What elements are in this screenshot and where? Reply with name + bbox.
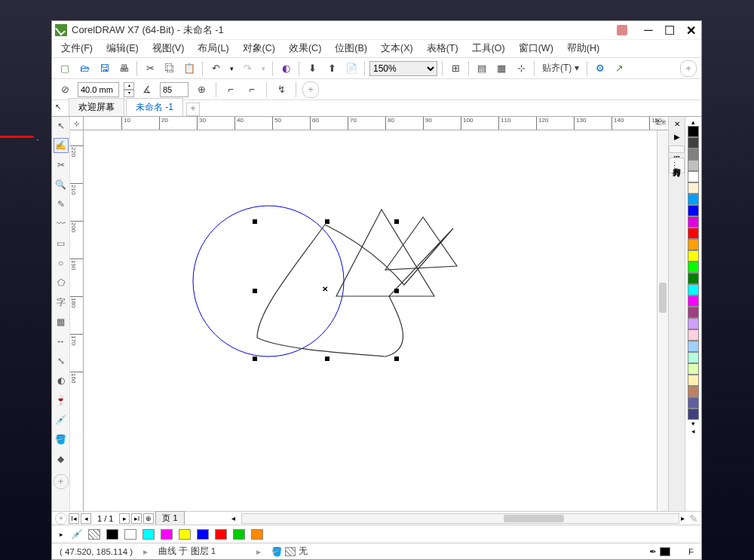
palette-color-16[interactable] [688, 307, 699, 318]
selection-handle-br[interactable] [394, 357, 399, 361]
prev-page-button[interactable]: ◂ [81, 513, 91, 524]
menu-bitmaps[interactable]: 位图(B) [329, 41, 373, 57]
selection-handle-tr[interactable] [394, 219, 399, 224]
palette-color-23[interactable] [688, 386, 699, 397]
docker-tab-align[interactable]: 对齐与分布… [669, 158, 685, 173]
palette-color-6[interactable] [688, 194, 699, 205]
swatch-cyan[interactable] [143, 529, 155, 540]
palette-color-3[interactable] [688, 160, 699, 171]
swatch-orange[interactable] [251, 529, 263, 540]
palette-color-13[interactable] [688, 273, 699, 284]
palette-color-17[interactable] [688, 318, 699, 329]
ruler-horizontal[interactable]: 10 20 30 40 50 60 70 80 90 100 110 120 1… [84, 117, 668, 130]
polygon-tool[interactable]: ⬠ [54, 275, 69, 290]
close-button[interactable]: ✕ [683, 23, 698, 37]
ruler-vertical[interactable]: 220 210 200 190 180 170 160 [70, 130, 84, 511]
palette-color-8[interactable] [688, 216, 699, 228]
new-button[interactable]: ▢ [57, 60, 73, 77]
swatch-red[interactable] [215, 529, 227, 540]
smart-fill-tool[interactable]: ◆ [54, 451, 69, 467]
show-grid-button[interactable]: ▦ [493, 60, 510, 77]
menu-view[interactable]: 视图(V) [146, 41, 191, 57]
undo-button[interactable]: ↶ [207, 60, 224, 77]
menu-file[interactable]: 文件(F) [55, 41, 99, 57]
thickness-spinner[interactable]: ▴▾ [124, 82, 134, 97]
palette-color-18[interactable] [688, 329, 699, 341]
options-button[interactable]: ⚙ [592, 60, 608, 77]
palette-color-21[interactable] [688, 363, 699, 375]
menu-object[interactable]: 对象(C) [237, 41, 281, 57]
swatch-yellow[interactable] [179, 529, 191, 540]
eraser-shape-button[interactable]: ⊘ [57, 81, 73, 98]
palette-color-5[interactable] [688, 182, 699, 194]
show-rulers-button[interactable]: ▤ [474, 60, 490, 77]
ellipse-tool[interactable]: ○ [54, 256, 69, 271]
palette-color-20[interactable] [688, 352, 699, 363]
tab-welcome[interactable]: 欢迎屏幕 [69, 98, 124, 116]
menu-tools[interactable]: 工具(O) [466, 41, 511, 57]
palette-flyout-button[interactable]: ◂ [689, 427, 698, 435]
expand-toolbar-button[interactable]: + [680, 60, 697, 77]
palette-color-9[interactable] [688, 228, 699, 239]
selection-center[interactable]: ✕ [322, 285, 328, 293]
palette-color-0[interactable] [688, 126, 699, 137]
rectangle-tool[interactable]: ▭ [54, 236, 69, 251]
palette-color-25[interactable] [688, 409, 699, 420]
transparency-tool[interactable]: 🍷 [54, 393, 69, 408]
selection-handle-tm[interactable] [325, 219, 329, 224]
tab-document-1[interactable]: 未命名 -1 [126, 98, 183, 116]
drop-shadow-tool[interactable]: ◐ [54, 373, 69, 388]
palette-color-10[interactable] [688, 239, 699, 250]
redo-dropdown[interactable]: ▾ [259, 65, 268, 72]
palette-color-1[interactable] [688, 137, 699, 148]
palette-color-7[interactable] [688, 205, 699, 216]
ruler-origin[interactable]: ⊹ [70, 117, 84, 130]
crop-tool[interactable]: ✂ [54, 158, 69, 173]
outline-indicator[interactable]: ✒ [649, 546, 670, 557]
zoom-select[interactable]: 150% [369, 61, 437, 76]
swatch-green[interactable] [233, 529, 245, 540]
palette-color-19[interactable] [688, 341, 699, 352]
eraser-thickness-input[interactable] [78, 82, 119, 97]
table-tool[interactable]: ▦ [54, 314, 69, 329]
mode-1-button[interactable]: ⌐ [222, 81, 239, 98]
horizontal-scrollbar[interactable] [241, 513, 679, 524]
expand-docker-icon[interactable]: ▶ [674, 133, 680, 141]
search-button[interactable]: ◐ [277, 60, 294, 77]
last-page-button[interactable]: ▸I [131, 513, 142, 524]
artistic-media-tool[interactable]: 〰 [54, 216, 69, 231]
palette-color-2[interactable] [688, 148, 699, 160]
user-avatar-icon[interactable] [617, 25, 627, 35]
undo-dropdown[interactable]: ▾ [227, 65, 236, 72]
hscroll-left-button[interactable]: ◂ [231, 514, 235, 522]
menu-text[interactable]: 文本(X) [375, 41, 419, 57]
menu-effects[interactable]: 效果(C) [283, 41, 327, 57]
launch-button[interactable]: ↗ [611, 60, 628, 77]
swatch-none[interactable] [88, 529, 100, 540]
eyedropper-status-icon[interactable]: 💉 [72, 526, 82, 543]
reduce-nodes-button[interactable]: ↯ [273, 81, 290, 98]
maximize-button[interactable]: ☐ [662, 23, 677, 37]
shape-tool[interactable]: ✍ [54, 138, 69, 153]
eyedropper-tool[interactable]: 💉 [54, 412, 69, 427]
angle-input[interactable] [160, 82, 188, 97]
vertical-scrollbar[interactable] [657, 130, 668, 511]
palette-up-button[interactable]: ▴ [689, 118, 698, 126]
copy-button[interactable]: ⿻ [161, 60, 178, 77]
import-button[interactable]: ⬇ [304, 60, 320, 77]
print-button[interactable]: 🖶 [115, 60, 132, 77]
menu-table[interactable]: 表格(T) [421, 41, 464, 57]
tab-add-button[interactable]: + [186, 103, 200, 116]
save-button[interactable]: 🖫 [96, 60, 112, 77]
cut-button[interactable]: ✂ [142, 60, 158, 77]
text-tool[interactable]: 字 [54, 295, 69, 310]
show-guidelines-button[interactable]: ⊹ [513, 60, 529, 77]
export-button[interactable]: ⬆ [323, 60, 340, 77]
menu-window[interactable]: 窗口(W) [513, 41, 559, 57]
paste-button[interactable]: 📋 [181, 60, 198, 77]
selection-handle-tl[interactable] [253, 219, 257, 224]
selection-handle-ml[interactable] [253, 289, 257, 293]
freehand-tool[interactable]: ✎ [54, 197, 69, 212]
fullscreen-preview-button[interactable]: ⊞ [447, 60, 464, 77]
docker-tab-hints[interactable]: 提示 [669, 145, 685, 153]
